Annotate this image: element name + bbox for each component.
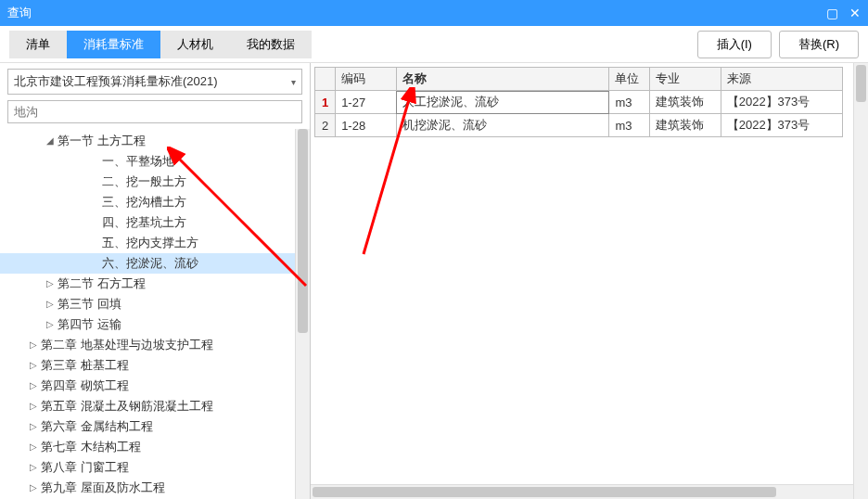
expand-icon[interactable]: ▷ xyxy=(28,357,39,374)
tree-item-label: 一、平整场地 xyxy=(102,153,174,170)
scrollbar-thumb[interactable] xyxy=(298,129,308,333)
cell-source[interactable]: 【2022】373号 xyxy=(721,91,842,114)
tree-item-label: 第一节 土方工程 xyxy=(57,133,146,149)
col-name[interactable]: 名称 xyxy=(396,68,609,91)
expand-icon[interactable]: ▷ xyxy=(28,398,39,415)
tree-item-label: 第五章 混凝土及钢筋混凝土工程 xyxy=(41,398,213,415)
grid-wrap: 编码 名称 单位 专业 来源 11-27人工挖淤泥、流砂m3建筑装饰【2022】… xyxy=(311,63,868,499)
replace-button[interactable]: 替换(R) xyxy=(779,31,859,58)
tree-item-label: 二、挖一般土方 xyxy=(102,173,186,190)
tree-item-label: 五、挖内支撑土方 xyxy=(102,235,198,251)
tree-item-label: 第二节 石方工程 xyxy=(57,275,146,292)
cell-spec[interactable]: 建筑装饰 xyxy=(650,91,721,114)
cell-code[interactable]: 1-28 xyxy=(336,114,397,137)
standard-dropdown[interactable]: 北京市建设工程预算消耗量标准(2021) ▾ xyxy=(7,69,302,95)
tree-item[interactable]: ▷第七章 木结构工程 xyxy=(0,437,310,457)
col-code[interactable]: 编码 xyxy=(336,68,397,91)
tree-item-label: 第九章 屋面及防水工程 xyxy=(41,480,165,496)
cell-name[interactable]: 机挖淤泥、流砂 xyxy=(396,114,609,137)
table-row[interactable]: 11-27人工挖淤泥、流砂m3建筑装饰【2022】373号 xyxy=(315,91,843,114)
grid-hscrollbar[interactable] xyxy=(311,484,853,499)
tree-item[interactable]: 五、挖内支撑土方 xyxy=(0,233,310,253)
tree-item-label: 四、挖基坑土方 xyxy=(102,214,186,231)
titlebar: 查询 ▢ ✕ xyxy=(0,0,868,26)
maximize-icon[interactable]: ▢ xyxy=(826,6,838,20)
tree-item-label: 第三章 桩基工程 xyxy=(41,357,129,374)
left-panel: 北京市建设工程预算消耗量标准(2021) ▾ ◢第一节 土方工程一、平整场地二、… xyxy=(0,63,311,499)
tree-item-label: 第八章 门窗工程 xyxy=(41,459,129,476)
tree-item[interactable]: 一、平整场地 xyxy=(0,151,310,172)
window-title: 查询 xyxy=(7,5,32,21)
tree-item[interactable]: 四、挖基坑土方 xyxy=(0,212,310,233)
expand-icon[interactable]: ▷ xyxy=(28,418,39,435)
tree-item[interactable]: ◢第一节 土方工程 xyxy=(0,131,310,151)
col-source[interactable]: 来源 xyxy=(721,68,842,91)
tree-item[interactable]: ▷第八章 门窗工程 xyxy=(0,457,310,478)
expand-icon[interactable]: ▷ xyxy=(45,275,56,292)
row-number: 2 xyxy=(315,114,336,137)
grid-vscrollbar[interactable] xyxy=(853,63,868,499)
tree-item-label: 第二章 地基处理与边坡支护工程 xyxy=(41,337,213,353)
search-input-wrap[interactable] xyxy=(7,100,302,123)
tab-group: 清单 消耗量标准 人材机 我的数据 xyxy=(9,31,312,58)
expand-icon[interactable]: ▷ xyxy=(28,439,39,455)
tree-item[interactable]: 二、挖一般土方 xyxy=(0,172,310,192)
tree-item[interactable]: ▷第五章 混凝土及钢筋混凝土工程 xyxy=(0,396,310,416)
dropdown-value: 北京市建设工程预算消耗量标准(2021) xyxy=(14,73,218,90)
tree-item[interactable]: 三、挖沟槽土方 xyxy=(0,192,310,212)
tree-item-label: 第七章 木结构工程 xyxy=(41,439,141,455)
tree-item-label: 第六章 金属结构工程 xyxy=(41,418,153,435)
tree-item[interactable]: ▷第三节 回填 xyxy=(0,294,310,314)
scrollbar-thumb[interactable] xyxy=(856,65,866,102)
window-controls: ▢ ✕ xyxy=(826,6,861,20)
expand-icon[interactable]: ▷ xyxy=(45,296,56,313)
insert-button[interactable]: 插入(I) xyxy=(697,31,772,58)
col-spec[interactable]: 专业 xyxy=(650,68,721,91)
tree-item[interactable]: ▷第三章 桩基工程 xyxy=(0,355,310,376)
tab-list[interactable]: 清单 xyxy=(9,31,67,58)
expand-icon[interactable]: ▷ xyxy=(45,316,56,333)
cell-source[interactable]: 【2022】373号 xyxy=(721,114,842,137)
grid-header-row: 编码 名称 单位 专业 来源 xyxy=(315,68,843,91)
tree-item-label: 三、挖沟槽土方 xyxy=(102,194,186,211)
nav-tree: ◢第一节 土方工程一、平整场地二、挖一般土方三、挖沟槽土方四、挖基坑土方五、挖内… xyxy=(0,129,310,499)
tab-consumption-standard[interactable]: 消耗量标准 xyxy=(67,31,160,58)
tree-item-label: 六、挖淤泥、流砂 xyxy=(102,255,198,272)
col-rownum[interactable] xyxy=(315,68,336,91)
expand-icon[interactable]: ▷ xyxy=(28,459,39,476)
toolbar: 清单 消耗量标准 人材机 我的数据 插入(I) 替换(R) xyxy=(0,26,868,63)
expand-icon[interactable]: ▷ xyxy=(28,480,39,496)
tree-item[interactable]: ▷第四章 砌筑工程 xyxy=(0,376,310,396)
expand-icon[interactable]: ▷ xyxy=(28,377,39,394)
cell-unit[interactable]: m3 xyxy=(609,91,650,114)
tab-materials[interactable]: 人材机 xyxy=(160,31,230,58)
tree-wrap: ◢第一节 土方工程一、平整场地二、挖一般土方三、挖沟槽土方四、挖基坑土方五、挖内… xyxy=(0,129,310,499)
chevron-down-icon: ▾ xyxy=(291,77,296,87)
tree-item[interactable]: 六、挖淤泥、流砂 xyxy=(0,253,310,274)
tree-item[interactable]: ▷第六章 金属结构工程 xyxy=(0,416,310,437)
search-input[interactable] xyxy=(14,105,296,119)
scrollbar-thumb[interactable] xyxy=(313,487,776,497)
cell-code[interactable]: 1-27 xyxy=(336,91,397,114)
content: 北京市建设工程预算消耗量标准(2021) ▾ ◢第一节 土方工程一、平整场地二、… xyxy=(0,63,868,499)
tree-item[interactable]: ▷第二节 石方工程 xyxy=(0,274,310,294)
tree-item[interactable]: ▷第九章 屋面及防水工程 xyxy=(0,478,310,498)
expand-icon[interactable]: ▷ xyxy=(28,337,39,353)
cell-name[interactable]: 人工挖淤泥、流砂 xyxy=(396,91,609,114)
tree-item[interactable]: ▷第二章 地基处理与边坡支护工程 xyxy=(0,335,310,355)
tab-my-data[interactable]: 我的数据 xyxy=(230,31,312,58)
cell-unit[interactable]: m3 xyxy=(609,114,650,137)
results-grid: 编码 名称 单位 专业 来源 11-27人工挖淤泥、流砂m3建筑装饰【2022】… xyxy=(314,67,843,137)
close-icon[interactable]: ✕ xyxy=(849,6,861,20)
tree-scrollbar[interactable] xyxy=(295,129,310,499)
tree-item-label: 第三节 回填 xyxy=(57,296,121,313)
col-unit[interactable]: 单位 xyxy=(609,68,650,91)
table-row[interactable]: 21-28机挖淤泥、流砂m3建筑装饰【2022】373号 xyxy=(315,114,843,137)
collapse-icon[interactable]: ◢ xyxy=(45,133,56,149)
right-panel: 编码 名称 单位 专业 来源 11-27人工挖淤泥、流砂m3建筑装饰【2022】… xyxy=(311,63,868,499)
cell-spec[interactable]: 建筑装饰 xyxy=(650,114,721,137)
row-number: 1 xyxy=(315,91,336,114)
tree-item[interactable]: ▷第四节 运输 xyxy=(0,314,310,335)
tree-item-label: 第四章 砌筑工程 xyxy=(41,377,129,394)
tree-item-label: 第四节 运输 xyxy=(57,316,121,333)
